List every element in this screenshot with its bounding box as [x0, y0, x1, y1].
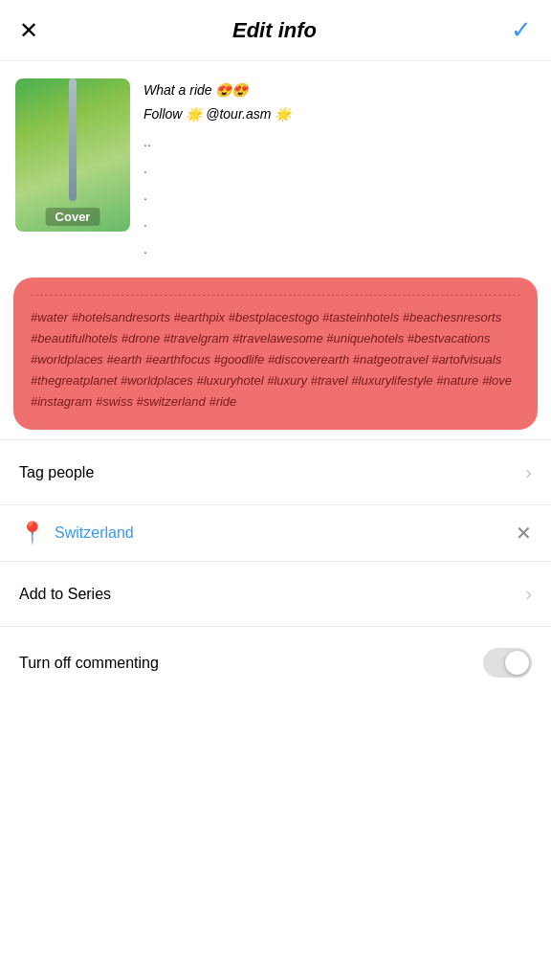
caption-dots: ......: [143, 128, 536, 262]
toggle-commenting-label: Turn off commenting: [19, 655, 159, 672]
header: ✕ Edit info ✓: [0, 0, 551, 61]
location-left: 📍 Switzerland: [19, 521, 134, 546]
page-title: Edit info: [232, 18, 317, 43]
road-decoration: [69, 78, 77, 201]
location-pin-icon: 📍: [19, 521, 45, 546]
cover-label: Cover: [46, 208, 100, 226]
tag-people-label: Tag people: [19, 464, 94, 481]
hashtag-box[interactable]: #water #hotelsandresorts #earthpix #best…: [13, 278, 538, 430]
hashtag-divider: [31, 295, 520, 296]
caption-line-1: What a ride 😍😍: [143, 80, 536, 100]
add-to-series-chevron-icon: ›: [525, 583, 532, 605]
tag-people-row[interactable]: Tag people ›: [0, 439, 551, 504]
toggle-knob: [505, 651, 529, 675]
confirm-button[interactable]: ✓: [511, 15, 532, 45]
tag-people-chevron-icon: ›: [525, 461, 532, 483]
close-button[interactable]: ✕: [19, 17, 38, 44]
location-row: 📍 Switzerland ✕: [0, 504, 551, 561]
add-to-series-row[interactable]: Add to Series ›: [0, 561, 551, 626]
caption-line-2: Follow 🌟 @tour.asm 🌟: [143, 104, 536, 124]
add-to-series-label: Add to Series: [19, 586, 111, 603]
toggle-commenting-switch[interactable]: [483, 648, 532, 678]
location-name: Switzerland: [55, 524, 134, 542]
remove-location-button[interactable]: ✕: [516, 522, 532, 545]
post-caption: What a ride 😍😍 Follow 🌟 @tour.asm 🌟 ....…: [143, 78, 536, 262]
hashtag-text: #water #hotelsandresorts #earthpix #best…: [31, 307, 520, 412]
toggle-commenting-row: Turn off commenting: [0, 626, 551, 699]
post-preview: Cover What a ride 😍😍 Follow 🌟 @tour.asm …: [0, 61, 551, 272]
cover-image[interactable]: Cover: [15, 78, 130, 232]
